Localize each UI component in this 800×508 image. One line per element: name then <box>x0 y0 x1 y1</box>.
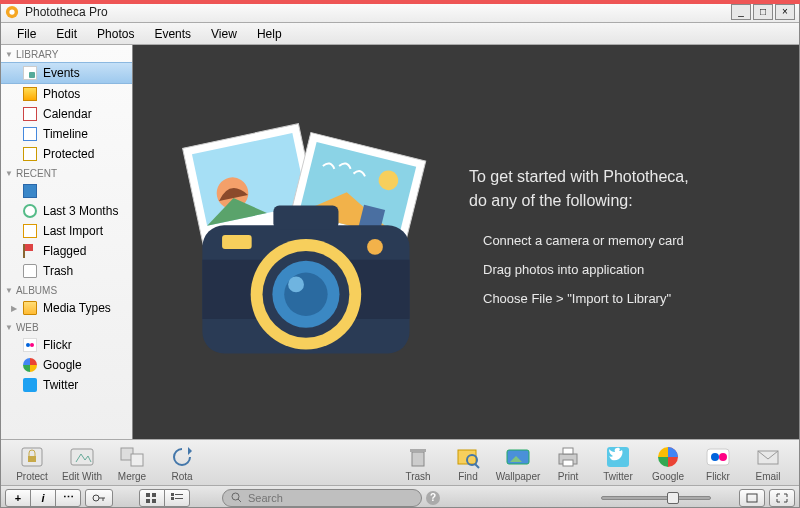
svg-rect-52 <box>171 497 174 500</box>
sidebar-item-twitter[interactable]: Twitter <box>1 375 132 395</box>
print-tool-icon <box>554 444 582 470</box>
key-icon <box>92 493 106 503</box>
menu-help[interactable]: Help <box>247 25 292 43</box>
svg-rect-25 <box>131 454 143 466</box>
svg-rect-23 <box>71 449 93 465</box>
tool-flickr[interactable]: Flickr <box>695 444 741 482</box>
bottombar: + i ⋯ ? <box>1 485 799 508</box>
single-icon <box>746 493 758 503</box>
tool-rotate[interactable]: Rota <box>159 444 205 482</box>
chevron-down-icon: ▼ <box>5 50 13 59</box>
section-albums[interactable]: ▼ALBUMS <box>1 281 132 298</box>
close-button[interactable]: × <box>775 4 795 20</box>
menu-view[interactable]: View <box>201 25 247 43</box>
tool-twitter[interactable]: Twitter <box>595 444 641 482</box>
menu-events[interactable]: Events <box>144 25 201 43</box>
email-tool-icon <box>754 444 782 470</box>
sidebar-item-last3months[interactable]: Last 3 Months <box>1 201 132 221</box>
key-button[interactable] <box>85 489 113 507</box>
lastimport-icon <box>23 224 37 238</box>
svg-rect-35 <box>563 448 573 454</box>
svg-point-20 <box>288 277 304 293</box>
svg-line-55 <box>238 499 241 502</box>
tool-wallpaper[interactable]: Wallpaper <box>495 444 541 482</box>
zoom-thumb[interactable] <box>667 492 679 504</box>
tool-print[interactable]: Print <box>545 444 591 482</box>
app-title: Phototheca Pro <box>25 5 729 19</box>
zoom-slider[interactable] <box>601 496 711 500</box>
section-recent[interactable]: ▼RECENT <box>1 164 132 181</box>
sidebar-item-lastimport[interactable]: Last Import <box>1 221 132 241</box>
svg-point-43 <box>93 495 99 501</box>
sidebar-item-flagged[interactable]: Flagged <box>1 241 132 261</box>
single-view-button[interactable] <box>739 489 765 507</box>
flag-icon <box>23 244 37 258</box>
sidebar-item-events[interactable]: Events <box>1 62 132 84</box>
sidebar-item-mediatypes[interactable]: ▶Media Types <box>1 298 132 318</box>
get-started-heading-l2: do any of the following: <box>469 189 779 213</box>
sidebar-item-photos[interactable]: Photos <box>1 84 132 104</box>
sidebar-item-trash[interactable]: Trash <box>1 261 132 281</box>
svg-point-15 <box>367 239 383 255</box>
svg-marker-26 <box>188 447 192 455</box>
sidebar: ▼LIBRARY Events Photos Calendar Timeline… <box>1 45 133 439</box>
add-button[interactable]: + <box>5 489 31 507</box>
sidebar-item-protected[interactable]: Protected <box>1 144 132 164</box>
tool-email[interactable]: Email <box>745 444 791 482</box>
search-input[interactable] <box>248 492 413 504</box>
more-button[interactable]: ⋯ <box>55 489 81 507</box>
sidebar-item-timeline[interactable]: Timeline <box>1 124 132 144</box>
help-button[interactable]: ? <box>426 491 440 505</box>
clock-icon <box>23 204 37 218</box>
sidebar-item-calendar[interactable]: Calendar <box>1 104 132 124</box>
section-web[interactable]: ▼WEB <box>1 318 132 335</box>
chevron-down-icon: ▼ <box>5 286 13 295</box>
chevron-down-icon: ▼ <box>5 323 13 332</box>
svg-rect-53 <box>175 498 183 499</box>
photos-icon <box>23 87 37 101</box>
tool-find[interactable]: Find <box>445 444 491 482</box>
camera-illustration <box>153 117 449 367</box>
tool-merge[interactable]: Merge <box>109 444 155 482</box>
info-button[interactable]: i <box>30 489 56 507</box>
minimize-button[interactable]: _ <box>731 4 751 20</box>
tool-trash[interactable]: Trash <box>395 444 441 482</box>
svg-rect-48 <box>146 499 150 503</box>
grid-icon <box>146 493 158 503</box>
folder-icon <box>23 301 37 315</box>
menu-edit[interactable]: Edit <box>46 25 87 43</box>
svg-point-54 <box>232 493 239 500</box>
list-view-button[interactable] <box>164 489 190 507</box>
twitter-icon <box>23 378 37 392</box>
sidebar-item-flickr[interactable]: Flickr <box>1 335 132 355</box>
sidebar-item-google[interactable]: Google <box>1 355 132 375</box>
fullscreen-icon <box>776 493 788 503</box>
get-started-step-2: Drag photos into application <box>469 262 779 277</box>
svg-rect-47 <box>152 493 156 497</box>
search-box[interactable] <box>222 489 422 507</box>
fullscreen-button[interactable] <box>769 489 795 507</box>
menu-photos[interactable]: Photos <box>87 25 144 43</box>
tool-protect[interactable]: Protect <box>9 444 55 482</box>
tool-google[interactable]: Google <box>645 444 691 482</box>
trash-tool-icon <box>404 444 432 470</box>
grid-view-button[interactable] <box>139 489 165 507</box>
maximize-button[interactable]: □ <box>753 4 773 20</box>
sidebar-item-recent[interactable] <box>1 181 132 201</box>
protect-tool-icon <box>18 444 46 470</box>
tool-editwith[interactable]: Edit With <box>59 444 105 482</box>
trash-icon <box>23 264 37 278</box>
menu-file[interactable]: File <box>7 25 46 43</box>
svg-rect-49 <box>152 499 156 503</box>
search-icon <box>231 492 242 503</box>
section-library[interactable]: ▼LIBRARY <box>1 45 132 62</box>
svg-rect-22 <box>28 456 36 462</box>
merge-tool-icon <box>118 444 146 470</box>
svg-rect-14 <box>222 235 252 249</box>
svg-rect-13 <box>273 205 338 229</box>
get-started-step-3: Choose File > "Import to Library" <box>469 291 779 306</box>
svg-rect-46 <box>146 493 150 497</box>
app-icon <box>5 5 19 19</box>
list-icon <box>171 493 183 503</box>
wallpaper-tool-icon <box>504 444 532 470</box>
